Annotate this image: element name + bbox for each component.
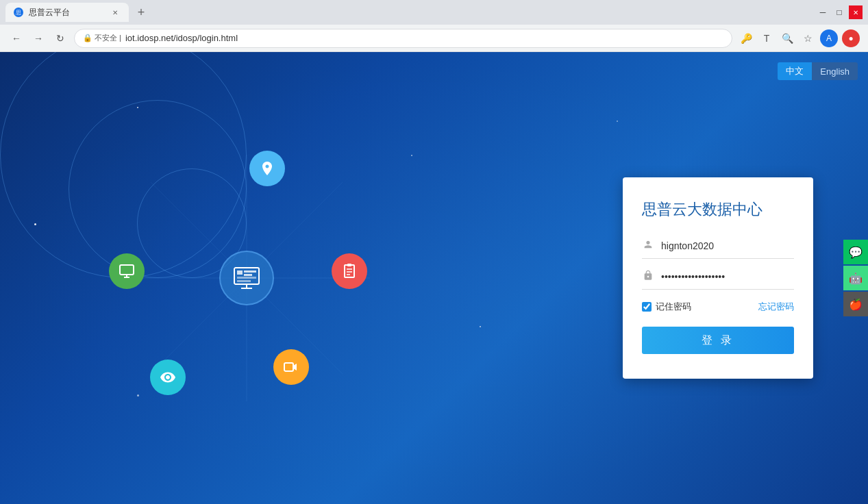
username-input[interactable] xyxy=(661,240,794,251)
svg-rect-20 xyxy=(284,363,293,371)
android-icon[interactable]: 🤖 xyxy=(843,266,868,290)
svg-rect-9 xyxy=(244,274,252,276)
camera-node xyxy=(273,349,309,385)
svg-rect-10 xyxy=(237,277,256,279)
forgot-password-link[interactable]: 忘记密码 xyxy=(758,301,794,313)
star-decoration xyxy=(480,326,481,327)
display-icon xyxy=(119,263,135,279)
toolbar-icons: 🔑 T 🔍 ☆ A ● xyxy=(738,29,860,47)
display-node xyxy=(109,253,145,289)
map-node xyxy=(249,151,285,186)
tab-favicon: 思 xyxy=(14,8,23,17)
tab-title: 思普云平台 xyxy=(29,7,70,18)
chinese-lang-button[interactable]: 中文 xyxy=(778,62,812,80)
options-row: 记住密码 忘记密码 xyxy=(642,301,794,313)
minimize-button[interactable]: ─ xyxy=(816,5,830,19)
address-input[interactable]: 🔒 不安全 | iot.idosp.net/idosp/login.html xyxy=(74,29,732,48)
language-switcher: 中文 English xyxy=(778,62,858,80)
clipboard-node xyxy=(332,253,367,289)
zoom-icon[interactable]: 🔍 xyxy=(779,30,795,47)
extension-icon[interactable]: ● xyxy=(842,29,860,47)
remember-text: 记住密码 xyxy=(656,301,691,313)
security-indicator: 🔒 不安全 | xyxy=(83,33,121,43)
window-controls: ─ □ ✕ xyxy=(816,5,863,19)
active-tab[interactable]: 思 思普云平台 ✕ xyxy=(5,3,129,22)
svg-rect-7 xyxy=(237,270,243,275)
translate-icon[interactable]: T xyxy=(758,30,775,47)
wechat-icon[interactable]: 💬 xyxy=(843,240,868,264)
address-bar: ← → ↻ 🔒 不安全 | iot.idosp.net/idosp/login.… xyxy=(0,25,868,52)
login-card: 思普云大数据中心 记住密码 忘记密码 xyxy=(623,177,813,379)
close-button[interactable]: ✕ xyxy=(849,5,863,19)
svg-rect-11 xyxy=(237,280,251,282)
svg-rect-15 xyxy=(345,265,354,277)
lock-icon xyxy=(642,270,654,284)
bookmark-icon[interactable]: ☆ xyxy=(799,30,816,47)
svg-rect-16 xyxy=(347,264,351,266)
password-group xyxy=(642,270,794,290)
eye-icon xyxy=(160,369,176,386)
user-icon xyxy=(642,239,654,253)
remember-label[interactable]: 记住密码 xyxy=(642,301,691,313)
forward-button[interactable]: → xyxy=(30,30,47,47)
maximize-button[interactable]: □ xyxy=(832,5,846,19)
password-input[interactable] xyxy=(661,271,794,282)
clipboard-icon xyxy=(341,263,358,279)
tab-bar: 思 思普云平台 ✕ + ─ □ ✕ xyxy=(0,0,868,25)
svg-rect-12 xyxy=(120,265,134,275)
eye-node xyxy=(150,360,186,395)
star-decoration xyxy=(617,121,618,122)
monitor-icon xyxy=(233,266,260,290)
login-title: 思普云大数据中心 xyxy=(642,199,794,220)
svg-rect-8 xyxy=(244,270,256,273)
diagram-area xyxy=(69,114,425,442)
remember-checkbox[interactable] xyxy=(642,302,652,312)
browser-chrome: 思 思普云平台 ✕ + ─ □ ✕ ← → ↻ 🔒 不安全 | iot.idos… xyxy=(0,0,868,52)
reload-button[interactable]: ↻ xyxy=(52,30,69,47)
tab-close-button[interactable]: ✕ xyxy=(110,7,121,18)
back-button[interactable]: ← xyxy=(8,30,25,47)
new-tab-button[interactable]: + xyxy=(132,3,151,22)
profile-icon[interactable]: A xyxy=(820,29,838,47)
map-icon xyxy=(259,160,275,177)
password-manager-icon[interactable]: 🔑 xyxy=(738,30,754,47)
page-content: 中文 English 💬 🤖 🍎 xyxy=(0,52,868,504)
url-text: iot.idosp.net/idosp/login.html xyxy=(125,33,238,43)
apple-icon[interactable]: 🍎 xyxy=(843,292,868,316)
center-node xyxy=(219,251,274,305)
english-lang-button[interactable]: English xyxy=(812,62,858,80)
username-group xyxy=(642,239,794,259)
side-social-icons: 💬 🤖 🍎 xyxy=(843,240,868,316)
camera-icon xyxy=(283,359,299,375)
login-button[interactable]: 登 录 xyxy=(642,327,794,354)
